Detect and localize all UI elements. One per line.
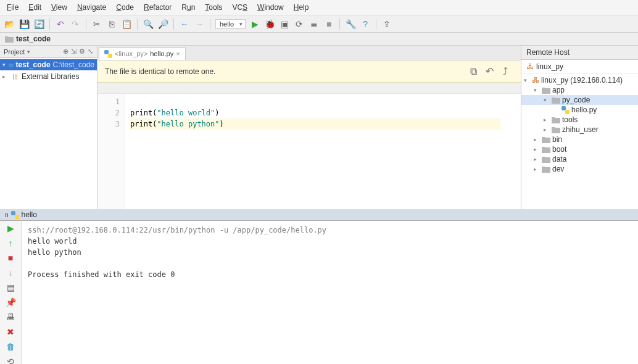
chevron-down-icon[interactable]: ▾ (524, 77, 530, 83)
menu-code[interactable]: Code (112, 1, 138, 14)
remote-tree-item[interactable]: ▸data (521, 154, 638, 164)
layout-icon[interactable]: ▤ (7, 283, 15, 292)
chevron-right-icon[interactable]: ▸ (544, 126, 550, 133)
editor-tabs: <linux_py> hello.py × (97, 46, 521, 60)
console-line: hello world (28, 237, 77, 246)
close-icon[interactable]: ✖ (7, 327, 14, 337)
remote-connection[interactable]: 🖧 linux_py (521, 60, 638, 74)
autoscroll-icon[interactable]: ⊕ (63, 48, 68, 56)
menu-edit[interactable]: Edit (25, 1, 45, 14)
run-tab[interactable]: n hello (0, 209, 638, 220)
profile-icon[interactable]: ⟳ (294, 19, 305, 30)
remote-tree-item[interactable]: ▸bin (521, 134, 638, 144)
breadcrumb-project[interactable]: test_code (16, 35, 51, 43)
menu-help[interactable]: Help (290, 1, 313, 14)
remote-root[interactable]: ▾ 🖧 linux_py (192.168.0.114) (521, 75, 638, 85)
remote-tree-item[interactable]: ▸tools (521, 115, 638, 125)
rerun-icon[interactable]: ▶ (7, 223, 14, 233)
cut-icon[interactable]: ✂ (91, 19, 102, 30)
run-config-select[interactable]: hello (215, 19, 246, 29)
coverage-icon[interactable]: ▣ (279, 19, 290, 30)
menu-refactor[interactable]: Refactor (140, 1, 175, 14)
console-output[interactable]: ssh://root@192.168.0.114:22/usr/bin/pyth… (22, 221, 638, 364)
console-exit: Process finished with exit code 0 (28, 270, 175, 279)
down-icon[interactable]: ↓ (9, 268, 13, 278)
tree-external-libs[interactable]: ▸ ⫼ External Libraries (0, 70, 97, 82)
remote-tree-item[interactable]: ▸zhihu_user (521, 125, 638, 134)
copy-icon[interactable]: ⎘ (106, 19, 117, 30)
chevron-right-icon[interactable]: ▸ (2, 73, 9, 80)
remote-host-title: Remote Host (521, 46, 638, 60)
remote-tree-item[interactable]: ▾app (521, 85, 638, 95)
settings-icon[interactable]: 🔧 (345, 19, 356, 30)
stop-icon[interactable]: ■ (8, 253, 13, 263)
run-tool-window: n hello ▶ ↑ ■ ↓ ▤ 📌 🖶 ✖ 🗑 ⟲ ssh://root@1… (0, 209, 638, 364)
tree-root[interactable]: ▾ test_code C:\test_code (0, 59, 97, 70)
chevron-down-icon[interactable]: ▾ (544, 97, 550, 103)
menu-run[interactable]: Run (178, 1, 199, 14)
remote-tree-label: boot (552, 145, 566, 154)
run-icon[interactable]: ▶ (249, 19, 260, 30)
upload-icon[interactable]: ⤴ (497, 66, 513, 77)
editor-tab-hello[interactable]: <linux_py> hello.py × (99, 48, 186, 60)
menu-file[interactable]: File (3, 1, 22, 14)
tree-root-path: C:\test_code (53, 60, 94, 69)
editor-tab-filename: hello.py (150, 50, 173, 57)
chevron-right-icon[interactable]: ▸ (534, 146, 540, 152)
code-editor[interactable]: 1 2 3 print("hello world") print("hello … (97, 94, 521, 209)
revert-icon[interactable]: ↶ (481, 65, 497, 77)
remote-tree-label: hello.py (571, 105, 597, 114)
menu-window[interactable]: Window (254, 1, 288, 14)
sync-icon[interactable]: 🔄 (33, 19, 44, 30)
hide-icon[interactable]: ⤡ (88, 48, 93, 56)
undo-icon[interactable]: ↶ (55, 19, 66, 30)
python-file-icon (561, 106, 570, 114)
gear-icon[interactable]: ⚙ (79, 48, 85, 56)
project-tree[interactable]: ▾ test_code C:\test_code ▸ ⫼ External Li… (0, 58, 97, 83)
project-tool-window: Project ▾ ⊕ ⇲ ⚙ ⤡ ▾ test_code C:\test_co… (0, 46, 97, 209)
chevron-right-icon[interactable]: ▸ (534, 156, 540, 162)
chevron-right-icon[interactable]: ▸ (534, 136, 540, 143)
paste-icon[interactable]: 📋 (121, 19, 132, 30)
remote-tree-item[interactable]: ▸boot (521, 144, 638, 154)
replace-icon[interactable]: 🔎 (157, 19, 168, 30)
folder-icon (552, 126, 560, 133)
chevron-right-icon[interactable]: ▸ (544, 117, 550, 123)
code-lines[interactable]: print("hello world") print("hello python… (125, 94, 505, 209)
remote-tree-item[interactable]: ▾py_code (521, 95, 638, 105)
print-icon[interactable]: 🖶 (6, 312, 15, 322)
chevron-right-icon[interactable]: ▸ (534, 166, 540, 172)
restore-icon[interactable]: ⟲ (7, 357, 14, 364)
help-icon[interactable]: ? (360, 19, 371, 30)
server-icon: 🖧 (526, 62, 534, 71)
chevron-down-icon[interactable]: ▾ (534, 87, 540, 93)
menu-tools[interactable]: Tools (201, 1, 226, 14)
save-icon[interactable]: 💾 (19, 19, 30, 30)
menu-vcs[interactable]: VCS (228, 1, 251, 14)
deploy-icon[interactable]: ⇪ (381, 19, 392, 30)
svg-rect-0 (104, 50, 109, 54)
server-icon: 🖧 (532, 76, 539, 85)
menu-view[interactable]: View (48, 1, 71, 14)
folder-icon (542, 87, 550, 94)
python-file-icon (104, 50, 112, 58)
stop-icon[interactable]: ■ (323, 19, 334, 30)
find-icon[interactable]: 🔍 (143, 19, 154, 30)
back-icon[interactable]: ← (179, 19, 190, 30)
close-icon[interactable]: × (176, 50, 180, 57)
redo-icon[interactable]: ↷ (70, 19, 81, 30)
concurrency-icon[interactable]: ≣ (309, 19, 320, 30)
collapse-icon[interactable]: ⇲ (71, 48, 77, 56)
open-icon[interactable]: 📂 (4, 19, 15, 30)
remote-tree-item[interactable]: hello.py (521, 105, 638, 115)
chevron-down-icon[interactable]: ▾ (2, 62, 6, 68)
run-up-icon[interactable]: ↑ (9, 238, 13, 248)
diff-icon[interactable]: ⧉ (465, 66, 481, 77)
pin-icon[interactable]: 📌 (6, 297, 16, 307)
trash-icon[interactable]: 🗑 (6, 342, 15, 352)
forward-icon[interactable]: → (194, 19, 205, 30)
menu-navigate[interactable]: Navigate (73, 1, 110, 14)
remote-tree[interactable]: ▾ 🖧 linux_py (192.168.0.114) ▾app▾py_cod… (521, 74, 638, 175)
remote-tree-item[interactable]: ▸dev (521, 164, 638, 174)
debug-icon[interactable]: 🐞 (264, 19, 275, 30)
